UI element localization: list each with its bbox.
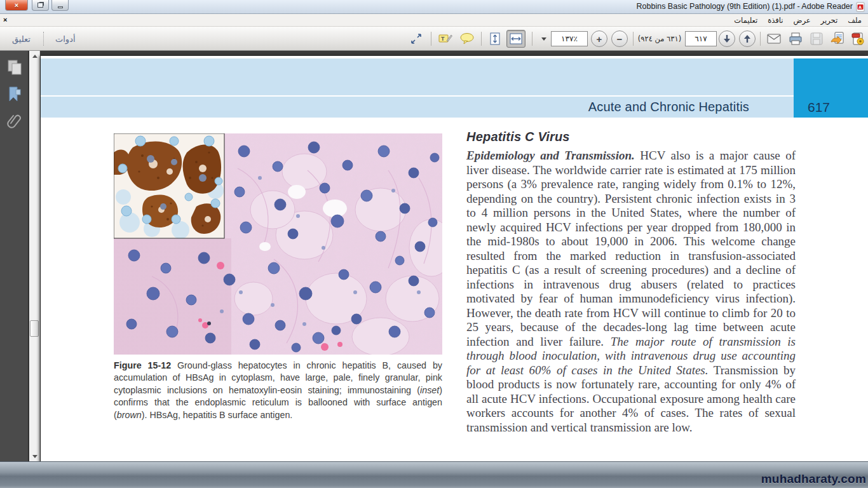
share-document-icon (830, 32, 845, 46)
previous-page-button[interactable] (739, 30, 756, 48)
annotate-text-button[interactable]: T (436, 30, 455, 48)
minimize-button[interactable] (51, 0, 69, 11)
watermark: muhadharaty.com (761, 472, 866, 486)
sticky-note-button[interactable] (458, 30, 477, 48)
zoom-level-field[interactable]: ١٣٧٪ (551, 31, 588, 46)
running-head: Acute and Chronic Hepatitis (588, 100, 749, 114)
figure-inset (114, 133, 224, 239)
restore-button[interactable] (32, 0, 49, 11)
zoom-in-button[interactable]: + (591, 30, 607, 48)
toolbar: تعليق أدوات T (0, 27, 868, 51)
reading-mode-button[interactable] (407, 30, 425, 48)
tools-button[interactable]: أدوات (48, 30, 83, 48)
zoom-dropdown-button[interactable] (537, 30, 551, 48)
window-title: Robbins Basic Pathology (9th Edition) (1… (637, 2, 853, 11)
figure-caption: Figure 15-12 Ground-glass hepatocytes in… (114, 360, 442, 421)
zoom-out-button[interactable]: − (611, 30, 628, 48)
section-heading: Hepatitis C Virus (466, 130, 796, 144)
article-paragraph: Epidemiology and Transmission. HCV also … (466, 149, 796, 435)
bookmarks-button[interactable] (6, 85, 23, 102)
email-button[interactable] (764, 30, 783, 48)
fit-page-button[interactable] (486, 30, 504, 48)
close-button[interactable]: × (5, 0, 28, 11)
next-page-button[interactable] (719, 30, 735, 48)
scroll-down-button[interactable] (29, 451, 40, 461)
pdf-file-icon: A (855, 2, 865, 12)
arrow-up-icon (739, 30, 756, 47)
navigation-sidebar (0, 51, 29, 461)
header-band-top (41, 58, 794, 95)
export-pdf-icon (851, 32, 865, 46)
paperclip-icon (6, 113, 23, 130)
page-number: 617 (808, 97, 830, 118)
menu-item-edit[interactable]: تحرير (821, 16, 838, 25)
minus-icon: − (611, 30, 628, 47)
screen: × Robbins Basic Pathology (9th Edition) … (0, 0, 868, 488)
svg-text:T: T (441, 36, 445, 42)
window-titlebar: × Robbins Basic Pathology (9th Edition) … (0, 0, 868, 14)
svg-text:A: A (858, 5, 862, 10)
comment-button[interactable]: تعليق (5, 30, 37, 48)
export-pdf-button[interactable] (849, 30, 867, 48)
attachments-button[interactable] (6, 112, 23, 130)
page-thumbnails-button[interactable] (6, 58, 23, 76)
taskbar: e A (0, 461, 868, 488)
annotate-text-icon: T (438, 32, 452, 45)
micrograph-image (114, 133, 442, 355)
minimize-icon (58, 6, 63, 8)
fit-page-icon (489, 32, 501, 46)
triangle-up-icon (32, 55, 37, 58)
chevron-down-icon (541, 37, 546, 41)
main-area: Acute and Chronic Hepatitis 617 (0, 51, 868, 461)
menu-item-file[interactable]: ملف (848, 16, 862, 25)
print-icon (789, 32, 803, 45)
figure-label: Figure 15-12 (114, 360, 177, 370)
menu-item-window[interactable]: نافذة (768, 16, 783, 25)
share-document-button[interactable] (828, 30, 847, 48)
page-number-box: 617 (794, 58, 868, 118)
vertical-scrollbar[interactable] (29, 51, 40, 461)
page-number-input[interactable] (685, 31, 717, 46)
arrow-down-icon (719, 30, 735, 47)
article-column: Hepatitis C Virus Epidemiology and Trans… (466, 130, 796, 435)
document-area: Acute and Chronic Hepatitis 617 (40, 51, 868, 461)
save-icon (810, 32, 823, 45)
triangle-down-icon (32, 455, 37, 458)
email-icon (767, 34, 781, 44)
print-button[interactable] (786, 30, 805, 48)
header-band-title: Acute and Chronic Hepatitis (41, 97, 794, 118)
sticky-note-icon (459, 32, 475, 45)
plus-icon: + (591, 30, 607, 47)
scroll-up-button[interactable] (29, 51, 40, 61)
close-icon: × (15, 1, 18, 9)
save-button[interactable] (807, 30, 826, 48)
run-in-heading: Epidemiology and Transmission. (466, 149, 635, 162)
fit-width-icon (509, 32, 523, 45)
restore-icon (37, 3, 43, 8)
menu-items: ملف تحرير عرض نافذة تعليمات (734, 14, 862, 27)
pdf-page: Acute and Chronic Hepatitis 617 (41, 56, 868, 461)
reading-mode-icon (410, 33, 422, 44)
menu-item-help[interactable]: تعليمات (734, 16, 757, 25)
page-thumbnails-icon (7, 59, 22, 76)
menu-bar: × ملف تحرير عرض نافذة تعليمات (0, 14, 868, 27)
bookmarks-icon (7, 86, 22, 102)
fit-width-button[interactable] (506, 30, 526, 48)
page-count-label: (٦٣١ من ٩٢٤) (635, 34, 684, 43)
scrollbar-thumb[interactable] (30, 320, 39, 337)
toolbar-separator (43, 32, 44, 46)
menubar-close-icon[interactable]: × (3, 15, 7, 24)
menu-item-view[interactable]: عرض (793, 16, 810, 25)
